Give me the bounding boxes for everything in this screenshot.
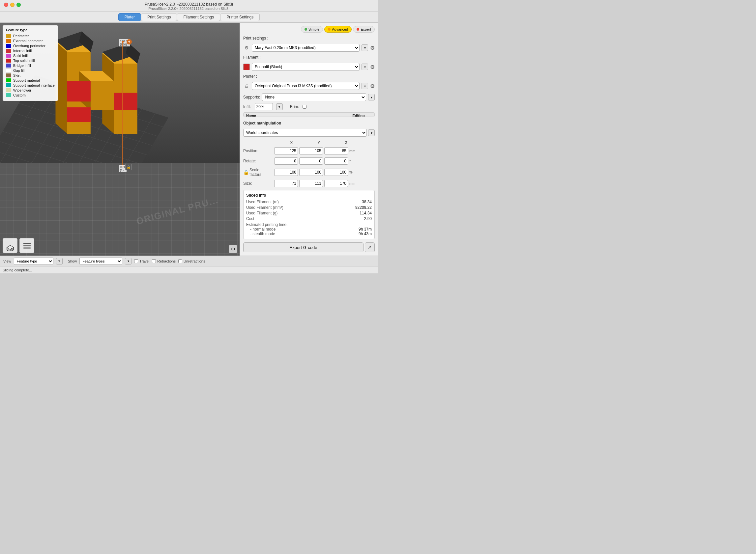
supports-row: Supports: None ▾ [243, 93, 375, 101]
legend-item: Bridge infill [6, 64, 55, 67]
filament-g-row: Used Filament (g) 114.34 [246, 211, 372, 215]
scale-x-input[interactable] [274, 169, 298, 176]
mode-simple-button[interactable]: Simple [301, 26, 323, 33]
statusbar: Slicing complete... [0, 266, 378, 273]
show-dropdown-arrow[interactable]: ▾ [125, 258, 132, 265]
filament-label: Filament : [243, 55, 261, 60]
export-gcode-button[interactable]: Export G-code [243, 242, 363, 252]
legend-item-label: Solid infill [13, 54, 28, 58]
legend-item: Wipe tower [6, 88, 55, 92]
supports-select[interactable]: None [262, 93, 366, 101]
size-label: Size: [243, 181, 273, 186]
legend-item-label: Gap fill [13, 68, 24, 72]
mode-expert-button[interactable]: Expert [353, 26, 375, 33]
viewport[interactable]: Feature type PerimeterExternal perimeter… [0, 23, 240, 256]
export-icon-button[interactable]: ↗ [365, 242, 375, 252]
name-table-header: Name Editing [244, 113, 374, 117]
rotate-x-input[interactable] [274, 157, 298, 165]
mode-advanced-button[interactable]: Advanced [324, 26, 352, 33]
legend-item-label: Support material interface [13, 83, 55, 87]
tab-filament-settings[interactable]: Filament Settings [177, 13, 220, 21]
print-time-label: Estimated printing time: [246, 222, 372, 227]
travel-checkbox[interactable] [134, 259, 138, 263]
size-unit: mm [349, 181, 359, 185]
brim-label: Brim: [290, 104, 299, 109]
printer-dropdown[interactable]: ▾ [361, 83, 368, 89]
brim-checkbox[interactable] [303, 105, 306, 109]
svg-rect-42 [23, 247, 31, 249]
size-y-input[interactable] [299, 180, 323, 187]
show-select[interactable]: Feature types [80, 258, 122, 265]
view-label: View [3, 259, 11, 263]
viewport-settings-button[interactable]: ⚙ [229, 245, 237, 253]
world-coordinates-select[interactable]: World coordinates [243, 129, 367, 137]
maximize-button[interactable] [16, 3, 21, 7]
cost-label: Cost [246, 216, 254, 221]
legend-item: Support material [6, 78, 55, 82]
legend-item-label: Bridge infill [13, 64, 31, 67]
scale-z-input[interactable] [324, 169, 348, 176]
layer-view-button[interactable] [19, 238, 34, 253]
retractions-checkbox[interactable] [152, 259, 156, 263]
print-settings-select[interactable]: Mary Fast 0.20mm MK3 (modified) [252, 44, 360, 52]
legend-color-swatch [6, 49, 11, 53]
position-z-input[interactable] [324, 147, 348, 155]
size-z-input[interactable] [324, 180, 348, 187]
supports-label: Supports: [243, 95, 260, 100]
scale-lock-button[interactable]: 🔒 [125, 164, 132, 170]
filament-mm3-row: Used Filament (mm³) 92209.22 [246, 205, 372, 210]
printer-gear[interactable]: ⚙ [370, 83, 375, 89]
position-row: Position: mm [243, 147, 375, 155]
coord-headers: X Y Z [243, 141, 375, 145]
filament-select[interactable]: Econofil (Black) [252, 63, 360, 71]
scale-y-input[interactable] [299, 169, 323, 176]
filament-gear[interactable]: ⚙ [370, 64, 375, 70]
filament-color-swatch[interactable] [243, 64, 250, 70]
supports-dropdown[interactable]: ▾ [368, 94, 375, 101]
filament-dropdown[interactable]: ▾ [361, 64, 368, 70]
unretractions-checkbox[interactable] [178, 259, 182, 263]
advanced-mode-dot [328, 28, 331, 31]
cost-value: 2.90 [364, 216, 372, 221]
position-y-input[interactable] [299, 147, 323, 155]
sliced-info-title: Sliced Info [246, 193, 372, 198]
name-column-header: Name [246, 114, 345, 117]
infill-dropdown[interactable]: ▾ [276, 103, 283, 110]
infill-input[interactable] [255, 103, 273, 110]
legend-item: Support material interface [6, 83, 55, 87]
legend-item: External perimeter [6, 39, 55, 43]
scale-arrow-top: ▼ [120, 39, 125, 45]
world-coord-dropdown[interactable]: ▾ [368, 129, 375, 136]
legend-item: Skirt [6, 73, 55, 77]
export-row: Export G-code ↗ [243, 242, 375, 252]
print-settings-dropdown[interactable]: ▾ [361, 45, 368, 51]
tab-printer-settings[interactable]: Printer Settings [220, 13, 260, 21]
scale-add-button[interactable]: + [127, 39, 132, 45]
legend-color-swatch [6, 93, 11, 97]
legend-color-swatch [6, 44, 11, 48]
rotate-row: Rotate: ° [243, 157, 375, 165]
expert-mode-label: Expert [360, 27, 371, 31]
mode-selector: Simple Advanced Expert [243, 26, 375, 33]
cube-view-button[interactable] [3, 238, 17, 253]
minimize-button[interactable] [10, 3, 14, 7]
tab-print-settings[interactable]: Print Settings [141, 13, 177, 21]
printer-select[interactable]: Octoprint Original Prusa i3 MK3S (modifi… [252, 82, 360, 90]
view-select[interactable]: Feature type [14, 258, 53, 265]
print-settings-gear[interactable]: ⚙ [370, 45, 375, 51]
position-x-input[interactable] [274, 147, 298, 155]
travel-check-group: Travel [134, 259, 149, 263]
size-x-input[interactable] [274, 180, 298, 187]
advanced-mode-label: Advanced [332, 27, 348, 31]
scale-lock-icon[interactable]: 🔒 [243, 170, 249, 175]
close-button[interactable] [4, 3, 8, 7]
svg-rect-41 [23, 245, 31, 246]
rotate-z-input[interactable] [324, 157, 348, 165]
tab-plater[interactable]: Plater [118, 13, 141, 21]
view-dropdown-arrow[interactable]: ▾ [56, 258, 63, 265]
legend-title: Feature type [6, 28, 55, 32]
rotate-y-input[interactable] [299, 157, 323, 165]
unretractions-check-group: Unretractions [178, 259, 205, 263]
legend-color-swatch [6, 88, 11, 92]
position-label: Position: [243, 149, 273, 153]
